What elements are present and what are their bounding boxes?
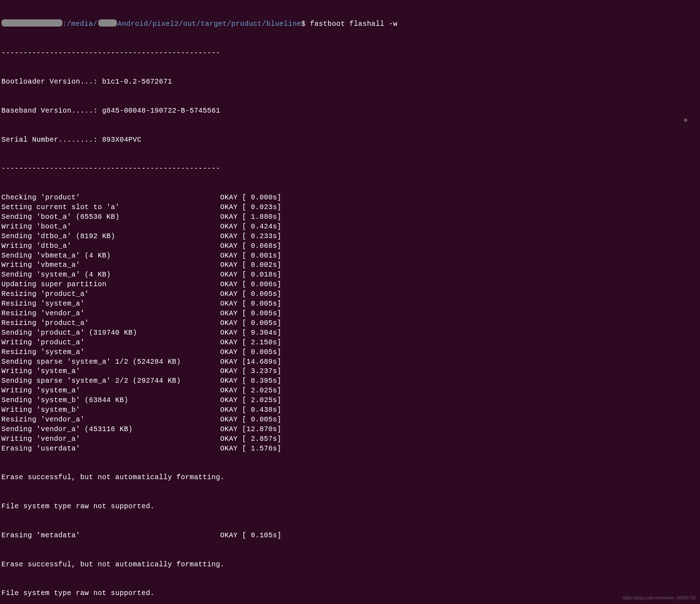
step-action: Writing 'system_a' (1, 386, 220, 396)
step-action: Sending 'system_a' (4 KB) (1, 270, 220, 280)
fs-raw-msg-2: File system type raw not supported. (1, 589, 699, 598)
step-row: Writing 'system_b'OKAY [ 0.438s] (1, 405, 699, 415)
step-row: Erasing 'userdata'OKAY [ 1.576s] (1, 444, 699, 454)
step-action: Writing 'vendor_a' (1, 434, 220, 444)
step-action: Checking 'product' (1, 193, 220, 203)
step-result: OKAY [ 2.857s] (220, 434, 282, 444)
step-row: Sending 'boot_a' (65536 KB)OKAY [ 1.880s… (1, 212, 699, 222)
terminal-output[interactable]: :/media/Android/pixel2/out/target/produc… (1, 0, 699, 604)
serial-label: Serial Number........: (1, 136, 102, 144)
step-result: OKAY [ 0.001s] (220, 251, 282, 261)
step-row: Sending 'vendor_a' (453116 KB)OKAY [12.8… (1, 425, 699, 434)
step-result: OKAY [ 0.005s] (220, 289, 282, 299)
baseband-value: g845-00048-190722-B-5745561 (102, 107, 220, 115)
path-suffix: Android/pixel2/out/target/product/blueli… (118, 19, 301, 29)
command (306, 19, 310, 29)
step-action: Writing 'product_a' (1, 338, 220, 348)
step-row: Resizing 'product_a'OKAY [ 0.005s] (1, 318, 699, 328)
step-action: Resizing 'system_a' (1, 299, 220, 309)
step-action: Sending 'system_b' (63844 KB) (1, 396, 220, 405)
step-result: OKAY [ 1.880s] (220, 212, 282, 222)
step-result: OKAY [ 0.000s] (220, 193, 282, 203)
step-row: Checking 'product'OKAY [ 0.000s] (1, 193, 699, 203)
step-action: Updating super partition (1, 280, 220, 289)
step-result: OKAY [ 0.105s] (220, 531, 282, 541)
watermark: https://blog.csdn.net/weixin_38355732 (623, 595, 696, 601)
baseband-label: Baseband Version.....: (1, 107, 102, 115)
step-row: Sending 'system_a' (4 KB)OKAY [ 0.018s] (1, 270, 699, 280)
step-action: Resizing 'system_a' (1, 348, 220, 357)
step-result: OKAY [ 0.005s] (220, 415, 282, 425)
fs-raw-msg-1: File system type raw not supported. (1, 502, 699, 511)
step-action: Resizing 'vendor_a' (1, 415, 220, 425)
step-action: Sending sparse 'system_a' 2/2 (292744 KB… (1, 376, 220, 386)
step-row: Writing 'vendor_a'OKAY [ 2.857s] (1, 434, 699, 444)
bootloader-value: b1c1-0.2-5672671 (102, 78, 172, 86)
step-action: Writing 'system_b' (1, 405, 220, 415)
step-result: OKAY [ 0.005s] (220, 348, 282, 357)
step-row: Resizing 'product_a'OKAY [ 0.005s] (1, 289, 699, 299)
redacted-path-part (98, 19, 117, 27)
serial-value: 893X04PVC (102, 136, 142, 144)
step-row: Sending 'product_a' (319740 KB)OKAY [ 9.… (1, 328, 699, 338)
step-result: OKAY [ 0.424s] (220, 222, 282, 232)
step-result: OKAY [ 0.233s] (220, 232, 282, 241)
step-result: OKAY [ 0.005s] (220, 309, 282, 318)
serial-line: Serial Number........: 893X04PVC (1, 135, 699, 145)
step-row: Resizing 'vendor_a'OKAY [ 0.005s] (1, 309, 699, 318)
step-action: Resizing 'vendor_a' (1, 309, 220, 318)
step-row: Writing 'dtbo_a'OKAY [ 0.068s] (1, 241, 699, 251)
step-result: OKAY [ 0.438s] (220, 405, 282, 415)
step-result: OKAY [ 9.304s] (220, 328, 282, 338)
step-action: Writing 'vbmeta_a' (1, 260, 220, 270)
step-result: OKAY [12.870s] (220, 425, 282, 434)
step-result: OKAY [ 3.237s] (220, 367, 282, 376)
erase-msg-2: Erase successful, but not automatically … (1, 560, 699, 570)
step-action: Writing 'dtbo_a' (1, 241, 220, 251)
divider-bottom: ----------------------------------------… (1, 164, 699, 174)
step-action: Writing 'system_a' (1, 367, 220, 376)
step-result: OKAY [ 0.002s] (220, 260, 282, 270)
background-dot (684, 118, 687, 122)
step-row: Sending sparse 'system_a' 2/2 (292744 KB… (1, 376, 699, 386)
prompt-line: :/media/Android/pixel2/out/target/produc… (1, 19, 699, 29)
step-result: OKAY [ 0.068s] (220, 241, 282, 251)
step-row: Writing 'vbmeta_a'OKAY [ 0.002s] (1, 260, 699, 270)
step-row: Writing 'system_a'OKAY [ 3.237s] (1, 367, 699, 376)
step-result: OKAY [ 0.005s] (220, 318, 282, 328)
step-action: Sending 'dtbo_a' (8192 KB) (1, 232, 220, 241)
step-row: Sending 'dtbo_a' (8192 KB)OKAY [ 0.233s] (1, 232, 699, 241)
divider-top: ----------------------------------------… (1, 48, 699, 58)
step-row: Sending 'system_b' (63844 KB)OKAY [ 2.02… (1, 396, 699, 405)
prompt-dollar: $ (301, 19, 306, 29)
redacted-user-host (1, 19, 62, 27)
step-result: OKAY [ 0.006s] (220, 280, 282, 289)
step-result: OKAY [ 1.576s] (220, 444, 282, 454)
step-metadata: Erasing 'metadata'OKAY [ 0.105s] (1, 531, 699, 541)
step-result: OKAY [ 0.023s] (220, 203, 282, 212)
step-action: Sending 'vendor_a' (453116 KB) (1, 425, 220, 434)
bootloader-line: Bootloader Version...: b1c1-0.2-5672671 (1, 77, 699, 87)
step-row: Updating super partitionOKAY [ 0.006s] (1, 280, 699, 289)
step-row: Resizing 'system_a'OKAY [ 0.005s] (1, 299, 699, 309)
step-action: Resizing 'product_a' (1, 318, 220, 328)
step-action: Setting current slot to 'a' (1, 203, 220, 212)
step-result: OKAY [ 2.150s] (220, 338, 282, 348)
step-row: Sending 'vbmeta_a' (4 KB)OKAY [ 0.001s] (1, 251, 699, 261)
step-result: OKAY [ 0.018s] (220, 270, 282, 280)
step-row: Resizing 'vendor_a'OKAY [ 0.005s] (1, 415, 699, 425)
step-result: OKAY [ 8.395s] (220, 376, 282, 386)
path-prefix: :/media/ (62, 19, 98, 29)
step-action: Sending 'boot_a' (65536 KB) (1, 212, 220, 222)
step-row: Resizing 'system_a'OKAY [ 0.005s] (1, 348, 699, 357)
step-action: Resizing 'product_a' (1, 289, 220, 299)
step-action: Sending 'vbmeta_a' (4 KB) (1, 251, 220, 261)
step-result: OKAY [ 0.005s] (220, 299, 282, 309)
step-row: Writing 'system_a'OKAY [ 2.025s] (1, 386, 699, 396)
steps-list: Checking 'product'OKAY [ 0.000s]Setting … (1, 193, 699, 453)
step-result: OKAY [ 2.025s] (220, 386, 282, 396)
step-action: Sending sparse 'system_a' 1/2 (524284 KB… (1, 357, 220, 367)
step-row: Writing 'product_a'OKAY [ 2.150s] (1, 338, 699, 348)
step-action: Sending 'product_a' (319740 KB) (1, 328, 220, 338)
step-row: Sending sparse 'system_a' 1/2 (524284 KB… (1, 357, 699, 367)
